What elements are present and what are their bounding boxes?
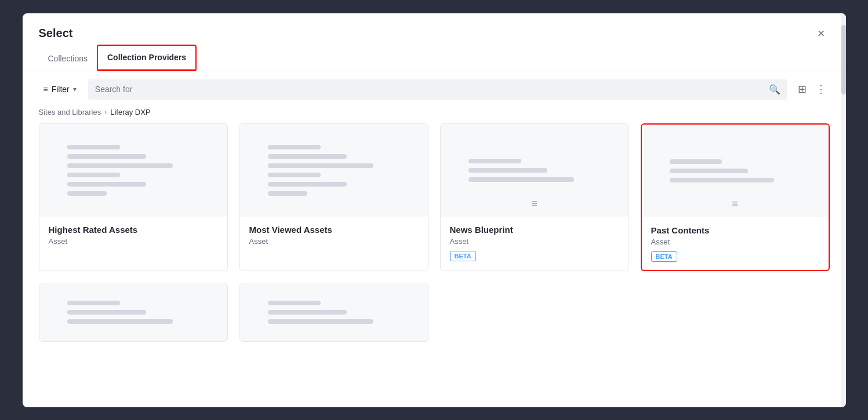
- skeleton-lines: [468, 159, 600, 182]
- card-preview: [39, 283, 227, 341]
- card-preview: [240, 283, 428, 341]
- skeleton-line: [67, 182, 146, 187]
- breadcrumb-separator: ›: [104, 108, 107, 116]
- card-past-contents[interactable]: ≡ Past Contents Asset BETA: [641, 123, 830, 271]
- skeleton-line: [67, 154, 146, 159]
- skeleton-line: [67, 319, 172, 324]
- cards-grid-row2: [39, 283, 830, 342]
- skeleton-line: [268, 154, 347, 159]
- skeleton-lines: [268, 145, 400, 196]
- modal-title: Select: [39, 27, 73, 40]
- filter-icon: ≡: [43, 85, 48, 94]
- skeleton-line: [468, 159, 521, 163]
- filter-label: Filter: [52, 85, 70, 94]
- modal-header: Select ×: [23, 13, 846, 42]
- card-body: Highest Rated Assets Asset: [39, 217, 227, 258]
- skeleton-line: [468, 168, 547, 173]
- grid-icon: ⊞: [798, 83, 807, 95]
- card-title: News Blueprint: [450, 225, 619, 235]
- breadcrumb-current: Liferay DXP: [110, 108, 150, 116]
- search-bar: 🔍: [88, 79, 787, 100]
- grid-view-button[interactable]: ⊞: [794, 81, 810, 98]
- skeleton-lines: [670, 159, 800, 182]
- skeleton-line: [468, 177, 573, 182]
- skeleton-lines: [67, 301, 199, 324]
- skeleton-line: [67, 191, 107, 196]
- modal-overlay: Select × Collections Collection Provider…: [0, 0, 868, 420]
- skeleton-line: [268, 173, 321, 177]
- filter-symbol-icon: ≡: [531, 198, 537, 210]
- skeleton-line: [670, 159, 722, 164]
- skeleton-line: [67, 163, 172, 168]
- breadcrumb-root[interactable]: Sites and Libraries: [39, 108, 101, 116]
- skeleton-line: [67, 145, 120, 149]
- card-title: Most Viewed Assets: [249, 225, 419, 235]
- chevron-down-icon: ▾: [73, 85, 77, 93]
- options-button[interactable]: ⋮: [812, 81, 830, 98]
- card-preview: [240, 124, 428, 217]
- card-body: Most Viewed Assets Asset: [240, 217, 428, 258]
- filter-symbol-icon: ≡: [732, 198, 738, 210]
- scrollbar-thumb[interactable]: [841, 25, 846, 94]
- search-icon-button[interactable]: 🔍: [769, 84, 780, 95]
- card-subtitle: Asset: [651, 238, 819, 246]
- card-body: News Blueprint Asset BETA: [441, 217, 629, 269]
- skeleton-lines: [67, 145, 199, 196]
- card-title: Highest Rated Assets: [49, 225, 218, 235]
- options-icon: ⋮: [816, 83, 826, 95]
- skeleton-line: [268, 319, 373, 324]
- tab-collection-providers[interactable]: Collection Providers: [98, 46, 195, 70]
- tabs-row: Collections Collection Providers: [23, 45, 846, 71]
- scrollbar-track[interactable]: [841, 13, 846, 407]
- skeleton-line: [268, 191, 307, 196]
- close-button[interactable]: ×: [813, 25, 830, 42]
- card-preview: ≡: [642, 125, 829, 217]
- skeleton-line: [268, 145, 321, 149]
- select-modal: Select × Collections Collection Provider…: [23, 13, 846, 407]
- partial-card-2[interactable]: [239, 283, 428, 342]
- skeleton-line: [268, 310, 347, 315]
- card-highest-rated[interactable]: Highest Rated Assets Asset: [39, 123, 228, 271]
- partial-card-1[interactable]: [39, 283, 228, 342]
- card-title: Past Contents: [651, 225, 819, 235]
- beta-badge: BETA: [450, 251, 476, 261]
- cards-grid: Highest Rated Assets Asset: [39, 123, 830, 271]
- skeleton-line: [268, 301, 321, 305]
- skeleton-line: [67, 301, 120, 305]
- skeleton-line: [268, 182, 347, 187]
- card-preview: [39, 124, 227, 217]
- card-body: Past Contents Asset BETA: [642, 217, 829, 270]
- card-most-viewed[interactable]: Most Viewed Assets Asset: [239, 123, 428, 271]
- card-subtitle: Asset: [249, 237, 419, 246]
- skeleton-line: [670, 178, 774, 182]
- search-icon: 🔍: [769, 85, 780, 94]
- beta-badge: BETA: [651, 251, 677, 262]
- toolbar: ≡ Filter ▾ 🔍 ⊞ ⋮: [23, 71, 846, 108]
- skeleton-line: [670, 169, 748, 173]
- tab-collections[interactable]: Collections: [39, 47, 97, 71]
- skeleton-line: [268, 163, 373, 168]
- filter-button[interactable]: ≡ Filter ▾: [39, 81, 81, 97]
- card-preview: ≡: [441, 124, 629, 217]
- skeleton-line: [67, 310, 146, 315]
- card-subtitle: Asset: [49, 237, 218, 246]
- breadcrumb: Sites and Libraries › Liferay DXP: [23, 108, 846, 123]
- card-subtitle: Asset: [450, 237, 619, 246]
- card-news-blueprint[interactable]: ≡ News Blueprint Asset BETA: [440, 123, 629, 271]
- view-toggle: ⊞ ⋮: [794, 81, 830, 98]
- search-input[interactable]: [95, 85, 764, 94]
- skeleton-line: [67, 173, 120, 177]
- skeleton-lines: [268, 301, 400, 324]
- content-area: Highest Rated Assets Asset: [23, 123, 846, 407]
